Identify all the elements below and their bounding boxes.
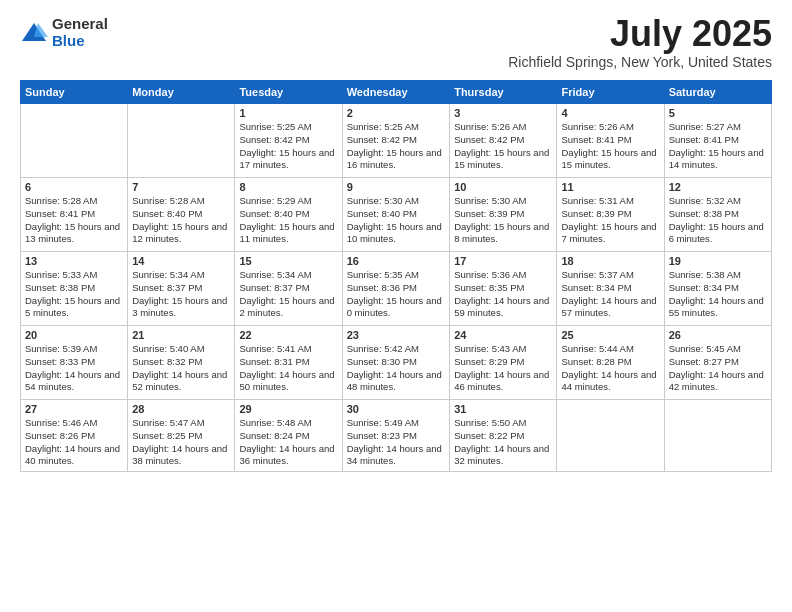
day-info: Sunrise: 5:35 AM Sunset: 8:36 PM Dayligh… xyxy=(347,269,445,320)
calendar-table: Sunday Monday Tuesday Wednesday Thursday… xyxy=(20,80,772,472)
day-number: 23 xyxy=(347,329,445,341)
calendar-week-5: 27Sunrise: 5:46 AM Sunset: 8:26 PM Dayli… xyxy=(21,400,772,472)
day-info: Sunrise: 5:26 AM Sunset: 8:41 PM Dayligh… xyxy=(561,121,659,172)
table-row: 29Sunrise: 5:48 AM Sunset: 8:24 PM Dayli… xyxy=(235,400,342,472)
day-info: Sunrise: 5:49 AM Sunset: 8:23 PM Dayligh… xyxy=(347,417,445,468)
day-number: 14 xyxy=(132,255,230,267)
table-row: 3Sunrise: 5:26 AM Sunset: 8:42 PM Daylig… xyxy=(450,104,557,178)
table-row xyxy=(557,400,664,472)
day-number: 13 xyxy=(25,255,123,267)
col-sunday: Sunday xyxy=(21,81,128,104)
day-info: Sunrise: 5:37 AM Sunset: 8:34 PM Dayligh… xyxy=(561,269,659,320)
day-number: 18 xyxy=(561,255,659,267)
day-number: 21 xyxy=(132,329,230,341)
day-number: 12 xyxy=(669,181,767,193)
table-row: 26Sunrise: 5:45 AM Sunset: 8:27 PM Dayli… xyxy=(664,326,771,400)
col-friday: Friday xyxy=(557,81,664,104)
col-monday: Monday xyxy=(128,81,235,104)
table-row: 8Sunrise: 5:29 AM Sunset: 8:40 PM Daylig… xyxy=(235,178,342,252)
day-number: 9 xyxy=(347,181,445,193)
table-row: 28Sunrise: 5:47 AM Sunset: 8:25 PM Dayli… xyxy=(128,400,235,472)
day-number: 27 xyxy=(25,403,123,415)
table-row xyxy=(128,104,235,178)
day-number: 7 xyxy=(132,181,230,193)
calendar-week-1: 1Sunrise: 5:25 AM Sunset: 8:42 PM Daylig… xyxy=(21,104,772,178)
table-row: 31Sunrise: 5:50 AM Sunset: 8:22 PM Dayli… xyxy=(450,400,557,472)
day-number: 6 xyxy=(25,181,123,193)
day-info: Sunrise: 5:25 AM Sunset: 8:42 PM Dayligh… xyxy=(239,121,337,172)
day-number: 31 xyxy=(454,403,552,415)
table-row: 22Sunrise: 5:41 AM Sunset: 8:31 PM Dayli… xyxy=(235,326,342,400)
day-number: 16 xyxy=(347,255,445,267)
day-info: Sunrise: 5:33 AM Sunset: 8:38 PM Dayligh… xyxy=(25,269,123,320)
day-number: 28 xyxy=(132,403,230,415)
table-row: 4Sunrise: 5:26 AM Sunset: 8:41 PM Daylig… xyxy=(557,104,664,178)
day-number: 29 xyxy=(239,403,337,415)
day-number: 30 xyxy=(347,403,445,415)
day-info: Sunrise: 5:26 AM Sunset: 8:42 PM Dayligh… xyxy=(454,121,552,172)
day-info: Sunrise: 5:36 AM Sunset: 8:35 PM Dayligh… xyxy=(454,269,552,320)
day-number: 11 xyxy=(561,181,659,193)
day-info: Sunrise: 5:28 AM Sunset: 8:40 PM Dayligh… xyxy=(132,195,230,246)
day-info: Sunrise: 5:29 AM Sunset: 8:40 PM Dayligh… xyxy=(239,195,337,246)
table-row: 21Sunrise: 5:40 AM Sunset: 8:32 PM Dayli… xyxy=(128,326,235,400)
title-block: July 2025 Richfield Springs, New York, U… xyxy=(508,16,772,70)
day-number: 8 xyxy=(239,181,337,193)
table-row: 27Sunrise: 5:46 AM Sunset: 8:26 PM Dayli… xyxy=(21,400,128,472)
table-row: 17Sunrise: 5:36 AM Sunset: 8:35 PM Dayli… xyxy=(450,252,557,326)
day-number: 19 xyxy=(669,255,767,267)
logo: General Blue xyxy=(20,16,108,49)
day-number: 26 xyxy=(669,329,767,341)
day-number: 20 xyxy=(25,329,123,341)
logo-blue: Blue xyxy=(52,33,108,50)
day-info: Sunrise: 5:45 AM Sunset: 8:27 PM Dayligh… xyxy=(669,343,767,394)
day-info: Sunrise: 5:31 AM Sunset: 8:39 PM Dayligh… xyxy=(561,195,659,246)
table-row: 19Sunrise: 5:38 AM Sunset: 8:34 PM Dayli… xyxy=(664,252,771,326)
table-row: 7Sunrise: 5:28 AM Sunset: 8:40 PM Daylig… xyxy=(128,178,235,252)
logo-icon xyxy=(20,19,48,47)
day-info: Sunrise: 5:32 AM Sunset: 8:38 PM Dayligh… xyxy=(669,195,767,246)
table-row: 23Sunrise: 5:42 AM Sunset: 8:30 PM Dayli… xyxy=(342,326,449,400)
table-row xyxy=(21,104,128,178)
day-info: Sunrise: 5:38 AM Sunset: 8:34 PM Dayligh… xyxy=(669,269,767,320)
table-row xyxy=(664,400,771,472)
calendar-week-2: 6Sunrise: 5:28 AM Sunset: 8:41 PM Daylig… xyxy=(21,178,772,252)
table-row: 10Sunrise: 5:30 AM Sunset: 8:39 PM Dayli… xyxy=(450,178,557,252)
table-row: 20Sunrise: 5:39 AM Sunset: 8:33 PM Dayli… xyxy=(21,326,128,400)
table-row: 30Sunrise: 5:49 AM Sunset: 8:23 PM Dayli… xyxy=(342,400,449,472)
table-row: 24Sunrise: 5:43 AM Sunset: 8:29 PM Dayli… xyxy=(450,326,557,400)
table-row: 16Sunrise: 5:35 AM Sunset: 8:36 PM Dayli… xyxy=(342,252,449,326)
table-row: 2Sunrise: 5:25 AM Sunset: 8:42 PM Daylig… xyxy=(342,104,449,178)
col-tuesday: Tuesday xyxy=(235,81,342,104)
day-number: 15 xyxy=(239,255,337,267)
svg-marker-1 xyxy=(34,23,48,37)
day-number: 25 xyxy=(561,329,659,341)
table-row: 9Sunrise: 5:30 AM Sunset: 8:40 PM Daylig… xyxy=(342,178,449,252)
title-location: Richfield Springs, New York, United Stat… xyxy=(508,54,772,70)
day-number: 4 xyxy=(561,107,659,119)
table-row: 1Sunrise: 5:25 AM Sunset: 8:42 PM Daylig… xyxy=(235,104,342,178)
table-row: 25Sunrise: 5:44 AM Sunset: 8:28 PM Dayli… xyxy=(557,326,664,400)
calendar-header-row: Sunday Monday Tuesday Wednesday Thursday… xyxy=(21,81,772,104)
day-info: Sunrise: 5:34 AM Sunset: 8:37 PM Dayligh… xyxy=(132,269,230,320)
day-info: Sunrise: 5:42 AM Sunset: 8:30 PM Dayligh… xyxy=(347,343,445,394)
day-info: Sunrise: 5:50 AM Sunset: 8:22 PM Dayligh… xyxy=(454,417,552,468)
table-row: 14Sunrise: 5:34 AM Sunset: 8:37 PM Dayli… xyxy=(128,252,235,326)
day-number: 24 xyxy=(454,329,552,341)
page: General Blue July 2025 Richfield Springs… xyxy=(0,0,792,612)
day-info: Sunrise: 5:28 AM Sunset: 8:41 PM Dayligh… xyxy=(25,195,123,246)
calendar-week-3: 13Sunrise: 5:33 AM Sunset: 8:38 PM Dayli… xyxy=(21,252,772,326)
col-wednesday: Wednesday xyxy=(342,81,449,104)
day-info: Sunrise: 5:40 AM Sunset: 8:32 PM Dayligh… xyxy=(132,343,230,394)
day-info: Sunrise: 5:30 AM Sunset: 8:39 PM Dayligh… xyxy=(454,195,552,246)
day-info: Sunrise: 5:27 AM Sunset: 8:41 PM Dayligh… xyxy=(669,121,767,172)
day-number: 10 xyxy=(454,181,552,193)
day-info: Sunrise: 5:41 AM Sunset: 8:31 PM Dayligh… xyxy=(239,343,337,394)
header: General Blue July 2025 Richfield Springs… xyxy=(20,16,772,70)
day-info: Sunrise: 5:47 AM Sunset: 8:25 PM Dayligh… xyxy=(132,417,230,468)
day-info: Sunrise: 5:30 AM Sunset: 8:40 PM Dayligh… xyxy=(347,195,445,246)
day-info: Sunrise: 5:39 AM Sunset: 8:33 PM Dayligh… xyxy=(25,343,123,394)
day-info: Sunrise: 5:34 AM Sunset: 8:37 PM Dayligh… xyxy=(239,269,337,320)
table-row: 12Sunrise: 5:32 AM Sunset: 8:38 PM Dayli… xyxy=(664,178,771,252)
day-number: 22 xyxy=(239,329,337,341)
